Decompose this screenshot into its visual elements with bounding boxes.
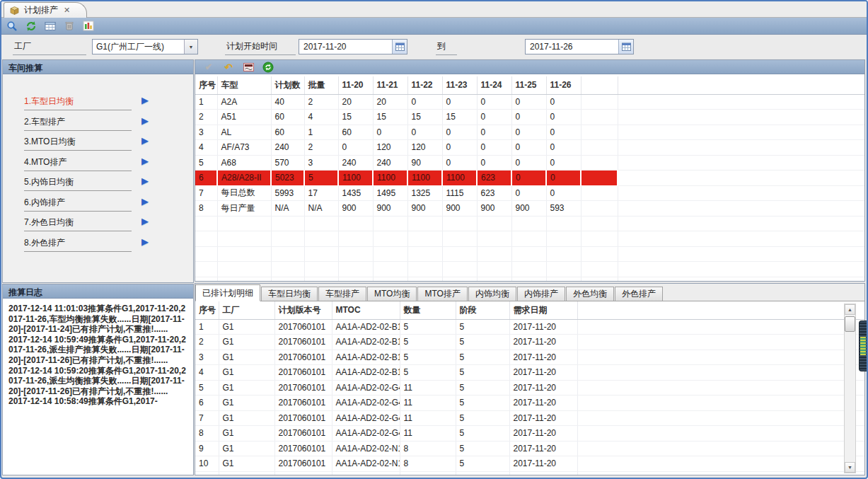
cell[interactable]: AA1A-AD2-02-B1-2: [332, 335, 400, 350]
cell[interactable]: A51: [217, 110, 271, 125]
table-row[interactable]: 6A28/A28-II50235110011001100110062300: [195, 171, 864, 186]
detail-tab-8[interactable]: 外色均衡: [566, 287, 614, 301]
cell[interactable]: 5: [456, 410, 509, 426]
table-row[interactable]: 5A685703240240900000: [195, 155, 864, 171]
cell[interactable]: N/A: [271, 201, 304, 217]
cell[interactable]: 2017060101: [274, 380, 332, 396]
cell[interactable]: 每日产量: [217, 201, 271, 217]
cell[interactable]: G1: [219, 396, 274, 411]
workshop-item-label[interactable]: 1.车型日均衡: [24, 96, 132, 110]
cell[interactable]: 15: [442, 110, 477, 125]
cell[interactable]: 1: [304, 125, 338, 140]
detail-tab-3[interactable]: 车型排产: [318, 287, 366, 301]
cell[interactable]: 8: [400, 441, 456, 456]
vertical-scrollbar[interactable]: ▲ ▼: [844, 304, 856, 473]
play-icon[interactable]: ▶: [141, 176, 149, 186]
factory-select[interactable]: G1(广州工厂一线) ▼: [92, 39, 198, 54]
cell[interactable]: 2017-11-20: [509, 350, 577, 365]
cell[interactable]: 0: [338, 140, 373, 156]
cell[interactable]: 5: [456, 335, 509, 350]
cell[interactable]: 5: [400, 335, 456, 350]
workshop-item-8[interactable]: 8.外色排产▶: [24, 237, 193, 258]
cell[interactable]: 15: [407, 110, 442, 125]
play-icon[interactable]: ▶: [141, 136, 149, 146]
cell[interactable]: 900: [373, 201, 407, 217]
cell[interactable]: A68: [217, 155, 271, 171]
cell[interactable]: 2017060101: [274, 365, 332, 381]
table-row[interactable]: 1A2A402202000000: [195, 94, 864, 110]
chevron-down-icon[interactable]: ▼: [184, 40, 197, 54]
workshop-item-2[interactable]: 2.车型排产▶: [24, 116, 193, 137]
cell[interactable]: 900: [407, 201, 442, 217]
cell[interactable]: 2017-11-20: [509, 441, 577, 456]
cell[interactable]: AL: [217, 125, 271, 140]
detail-tab-2[interactable]: 车型日均衡: [261, 287, 318, 301]
scrollbar-track[interactable]: [845, 315, 855, 462]
table-row[interactable]: 8每日产量N/AN/A900900900900900900593: [195, 201, 864, 217]
cell[interactable]: 0: [511, 185, 546, 201]
cell[interactable]: 11: [400, 426, 456, 442]
cell[interactable]: 900: [442, 201, 477, 217]
cell[interactable]: 15: [373, 110, 407, 125]
tab-plan-scheduling[interactable]: 计划排产 ✕: [4, 2, 87, 18]
cell[interactable]: 4: [195, 140, 217, 156]
cell[interactable]: 1: [195, 319, 219, 335]
table-row[interactable]: 1G12017060101AA1A-AD2-02-B1-2552017-11-2…: [195, 319, 864, 335]
cell[interactable]: G1: [219, 441, 274, 456]
cell[interactable]: AA1A-AD2-02-N1-2: [332, 441, 400, 456]
cell[interactable]: G1: [219, 350, 274, 365]
cell[interactable]: 0: [373, 125, 407, 140]
cell[interactable]: 3: [195, 350, 219, 365]
column-header[interactable]: 11-23: [442, 76, 477, 94]
cell[interactable]: 5: [456, 319, 509, 335]
export-button[interactable]: [242, 62, 255, 73]
cell[interactable]: 2017-11-20: [509, 456, 577, 472]
workshop-item-1[interactable]: 1.车型日均衡▶: [24, 96, 193, 116]
cell[interactable]: 5: [400, 350, 456, 365]
cell[interactable]: 0: [477, 155, 511, 171]
cell[interactable]: 623: [477, 185, 511, 201]
cell[interactable]: 2: [304, 94, 338, 110]
workshop-item-3[interactable]: 3.MTO日均衡▶: [24, 136, 193, 156]
table-row[interactable]: 10G12017060101AA1A-AD2-02-N1-2852017-11-…: [195, 456, 864, 472]
column-header[interactable]: MTOC: [332, 301, 400, 319]
cell[interactable]: 1495: [373, 185, 407, 201]
workshop-item-7[interactable]: 7.外色日均衡▶: [24, 217, 193, 237]
calendar-button[interactable]: [392, 40, 407, 54]
workshop-item-label[interactable]: 2.车型排产: [24, 116, 132, 131]
cell[interactable]: 2017060101: [274, 441, 332, 456]
cell[interactable]: 240: [338, 155, 373, 171]
table-row[interactable]: 8G12017060101AA1A-AD2-02-G4-21152017-11-…: [195, 426, 864, 442]
play-icon[interactable]: ▶: [141, 237, 149, 247]
table-row[interactable]: 7每日总数599317143514951325111562300: [195, 185, 864, 201]
cell[interactable]: A28/A28-II: [217, 171, 271, 186]
cell[interactable]: 5: [400, 365, 456, 381]
detail-tab-7[interactable]: 内饰排产: [517, 287, 565, 301]
cell[interactable]: 120: [407, 140, 442, 156]
cell[interactable]: AA1A-AD2-02-B1-2: [332, 319, 400, 335]
cell[interactable]: 3: [195, 125, 217, 140]
cell[interactable]: 0: [442, 155, 477, 171]
cell[interactable]: AA1A-AD2-02-G4-2: [332, 410, 400, 426]
cell[interactable]: 7: [195, 410, 219, 426]
cell[interactable]: 60: [338, 125, 373, 140]
play-icon[interactable]: ▶: [141, 217, 149, 226]
log-body[interactable]: 2017-12-14 11:01:03推算条件G1,2017-11-20,201…: [3, 299, 193, 407]
cell[interactable]: 4: [195, 365, 219, 381]
table-row[interactable]: 3AL60160000000: [195, 125, 864, 140]
column-header[interactable]: 11-22: [407, 76, 442, 94]
cell[interactable]: 1435: [338, 185, 373, 201]
cell[interactable]: 1: [195, 94, 217, 110]
end-date-field[interactable]: 2017-11-26: [525, 39, 634, 54]
column-header[interactable]: 序号: [195, 301, 219, 319]
cell[interactable]: 5993: [271, 185, 304, 201]
column-header[interactable]: 需求日期: [509, 301, 577, 319]
table-row[interactable]: 7G12017060101AA1A-AD2-02-G4-21152017-11-…: [195, 410, 864, 426]
table-row[interactable]: 2G12017060101AA1A-AD2-02-B1-2552017-11-2…: [195, 335, 864, 350]
cell[interactable]: 900: [338, 201, 373, 217]
column-header[interactable]: 11-20: [338, 76, 373, 94]
refresh-button[interactable]: [25, 20, 37, 33]
cell[interactable]: 3: [304, 155, 338, 171]
column-header[interactable]: 11-21: [373, 76, 407, 94]
cell[interactable]: 1100: [338, 171, 373, 186]
